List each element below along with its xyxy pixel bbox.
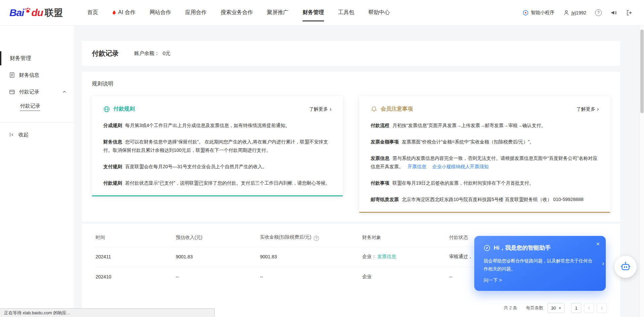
pagination-total: 共 2 条	[504, 305, 517, 311]
logout-icon[interactable]	[626, 9, 633, 16]
compass-icon	[484, 245, 490, 251]
sidebar-item-label: 财务信息	[19, 72, 39, 78]
payment-rules-more-link[interactable]: 了解更多 ›	[309, 106, 331, 112]
cell-time: 202410	[95, 267, 175, 287]
browser-status-bar: 正在等待 xlab.baidu.com 的响应...	[0, 308, 215, 317]
sidebar-subitem-payment-records[interactable]: 付款记录	[0, 100, 74, 114]
flame-icon	[112, 10, 116, 15]
chevron-up-icon	[62, 90, 66, 94]
chevron-right-icon: ›	[597, 107, 599, 112]
invoice-info-table-link[interactable]: 发票信息	[377, 254, 396, 259]
main-nav: 首页 AI 合作 网站合作 应用合作 搜索业务合作 聚屏推广 财务管理 工具包 …	[80, 0, 397, 25]
column-header-estimated-income: 预估收入(元)	[175, 229, 260, 247]
nav-item-help-center[interactable]: 帮助中心	[368, 0, 390, 25]
column-header-actual-amount: 实收金额(扣除税费后/元)?	[260, 229, 362, 247]
sidebar-item-label: 付款记录	[19, 89, 39, 95]
collapse-icon	[9, 132, 14, 137]
card-title: 会员注意事项	[381, 106, 413, 113]
vertical-scrollbar[interactable]	[639, 25, 644, 317]
sidebar: 财务管理 财务信息 付款记录 付款记录 收起	[0, 25, 74, 317]
cell-estimated: --	[175, 267, 260, 287]
logo-text-du: du	[32, 7, 43, 18]
small-taxpayer-invoice-guide-link[interactable]: 企业小规模纳税人开票须知	[432, 164, 489, 169]
rule-paragraph: 发票金额事项发票票面“价税合计”金额=系统中“实收金额（扣除税费后/元）”。	[371, 138, 599, 146]
invoice-info-link[interactable]: 开票信息	[408, 164, 426, 169]
assistant-robot-button[interactable]	[614, 256, 637, 278]
nav-right-cluster: 智能小程序 jyj1992 ?	[523, 9, 633, 16]
username: jyj1992	[572, 10, 586, 15]
logo-text-bai: Bai	[9, 7, 24, 18]
sidebar-divider	[0, 122, 74, 123]
rules-panel: 规则说明 付款规则 了解更多 › 分成规则每月第3或4个工作日产出上月分成信息及…	[82, 72, 620, 222]
miniprogram-icon	[523, 10, 529, 16]
cell-estimated: 9001.83	[175, 247, 260, 267]
wallet-icon	[9, 89, 15, 95]
prev-page-button[interactable]: ‹	[584, 303, 594, 313]
logo-text-union: 联盟	[45, 7, 63, 19]
assistant-title: Hi，我是您的智能助手	[494, 244, 551, 252]
rules-section-title: 规则说明	[92, 80, 610, 87]
user-icon	[563, 9, 570, 16]
close-icon[interactable]: ×	[596, 241, 600, 247]
balance-value: 0元	[163, 50, 170, 57]
nav-item-toolkit[interactable]: 工具包	[338, 0, 354, 25]
nav-item-label: AI 合作	[118, 9, 136, 16]
payment-rules-card: 付款规则 了解更多 › 分成规则每月第3或4个工作日产出上月分成信息及发票信息，…	[92, 96, 343, 196]
nav-item-screen-promotion[interactable]: 聚屏推广	[267, 0, 288, 25]
nav-item-finance-management[interactable]: 财务管理	[303, 0, 324, 25]
nav-item-search-business[interactable]: 搜索业务合作	[221, 0, 253, 25]
cell-time: 202411	[95, 247, 175, 267]
browser-status-text: 正在等待 xlab.baidu.com 的响应...	[4, 310, 70, 316]
globe-icon	[103, 106, 110, 113]
rule-paragraph: 支付规则百度联盟会在每月20号—31号支付企业会员上个自然月产生的收入。	[103, 163, 331, 171]
baidu-union-logo[interactable]: Bai du 联盟	[9, 7, 63, 19]
caret-down-icon: ▾	[559, 306, 561, 310]
assistant-edge-chevron-icon[interactable]: ›	[602, 260, 604, 267]
rule-paragraph: 付款规则若付款状态显示“已支付”，说明联盟已安排了您的付款。支付后三个工作日内到…	[103, 179, 331, 187]
nav-item-home[interactable]: 首页	[87, 0, 98, 25]
cell-actual: --	[260, 267, 362, 287]
nav-item-ai-cooperation[interactable]: AI 合作	[112, 0, 136, 25]
speaker-icon[interactable]	[610, 9, 617, 16]
nav-item-app-cooperation[interactable]: 应用合作	[185, 0, 207, 25]
member-notes-more-link[interactable]: 了解更多 ›	[577, 106, 599, 112]
pagination: 共 2 条 每页条数 30 ▾ 1 ‹ ›	[504, 303, 607, 313]
collapse-label: 收起	[18, 132, 29, 138]
ask-now-link[interactable]: 问一下 >	[484, 277, 502, 283]
rule-paragraph: 付款事项联盟在每月19日之后签收的发票，付款时间安排在下个月首批支付。	[371, 179, 599, 187]
page-header-panel: 付款记录 账户余额： 0元	[82, 41, 620, 66]
robot-icon	[620, 261, 632, 273]
scrollbar-thumb[interactable]	[640, 29, 644, 113]
column-header-finance-entity: 财务对象	[362, 229, 449, 247]
help-icon[interactable]: ?	[595, 9, 602, 16]
column-header-time: 时间	[95, 229, 175, 247]
sidebar-item-finance-info[interactable]: 财务信息	[0, 68, 74, 82]
miniprogram-label: 智能小程序	[531, 10, 554, 16]
rule-paragraph: 邮寄纸质发票北京市海淀区西北旺东路10号院百度科技园5号楼 百度联盟财务组（收）…	[371, 195, 599, 204]
sidebar-section-finance-management[interactable]: 财务管理	[0, 51, 74, 65]
rule-paragraph: 发票信息需与系统内发票信息内容完全一致，否则无法支付。请根据发票信息页面中“百度…	[371, 154, 599, 171]
cell-entity: 企业	[362, 267, 449, 287]
column-help-icon[interactable]: ?	[314, 236, 319, 241]
next-page-button[interactable]: ›	[597, 303, 607, 313]
sidebar-subitem-label: 付款记录	[20, 103, 40, 111]
cell-actual: 9001.83	[260, 247, 362, 267]
per-page-select[interactable]: 30 ▾	[547, 303, 565, 313]
user-account[interactable]: jyj1992	[563, 9, 586, 16]
smart-assistant-popup: Hi，我是您的智能助手 × 我会帮助您诊断合作链路问题，以及解答您关于任何合作相…	[474, 236, 606, 291]
sidebar-collapse-button[interactable]: 收起	[0, 127, 74, 142]
cell-entity: 企业：发票信息	[362, 247, 449, 267]
assistant-message: 我会帮助您诊断合作链路问题，以及解答您关于任何合作相关的问题。	[484, 257, 596, 273]
rule-paragraph: 财务信息您可以在财务信息中选择“保留付款”。 在此期间您产生的收入,将在账户内进…	[103, 138, 331, 154]
page-number-current[interactable]: 1	[571, 303, 581, 313]
document-icon	[9, 72, 15, 78]
per-page-label: 每页条数	[526, 305, 543, 311]
member-notes-card: 会员注意事项 了解更多 › 付款流程月初按“发票信息”页面开具发票→上传发票→邮…	[359, 96, 610, 213]
smart-miniprogram-entry[interactable]: 智能小程序	[523, 10, 554, 16]
sidebar-item-payment-records[interactable]: 付款记录	[0, 85, 74, 99]
balance-label: 账户余额：	[134, 50, 159, 57]
account-balance: 账户余额： 0元	[134, 50, 170, 57]
nav-item-website-cooperation[interactable]: 网站合作	[150, 0, 171, 25]
card-title: 付款规则	[113, 106, 135, 113]
paw-icon	[24, 7, 31, 14]
